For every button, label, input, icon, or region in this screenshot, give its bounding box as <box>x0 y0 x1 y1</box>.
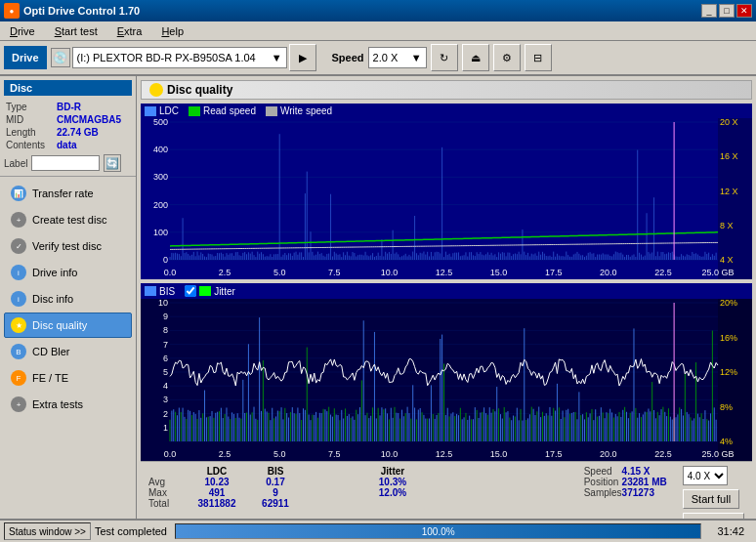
write-speed-label: Write speed <box>280 105 332 116</box>
label-button[interactable]: 🔄 <box>104 154 121 172</box>
speed-dropdown[interactable]: 2.0 X▼ <box>368 47 427 68</box>
sidebar-item-drive-info[interactable]: i Drive info <box>4 260 132 285</box>
read-speed-legend: Read speed <box>189 105 256 116</box>
bis-header: BIS <box>246 466 305 477</box>
extra-tests-label: Extra tests <box>32 398 83 410</box>
sidebar-item-disc-info[interactable]: i Disc info <box>4 286 132 312</box>
sidebar-item-extra-tests[interactable]: + Extra tests <box>4 392 132 417</box>
maximize-button[interactable]: □ <box>719 4 735 18</box>
drive-info-icon: i <box>11 265 26 280</box>
arrow-button[interactable]: ▶ <box>289 44 316 71</box>
menu-drive[interactable]: Drive <box>4 23 41 39</box>
start-part-button[interactable]: Start part <box>683 513 744 519</box>
stats-bar: LDC BIS Jitter Avg 10.23 0.17 10.3% Max … <box>141 461 752 519</box>
menu-help[interactable]: Help <box>155 23 189 39</box>
progress-value: 100.0% <box>422 526 455 537</box>
bis-label: BIS <box>159 286 175 297</box>
ldc-legend: LDC <box>145 105 179 116</box>
chart1-wrapper: LDC Read speed Write speed <box>141 104 752 279</box>
sidebar-menu: 📊 Transfer rate + Create test disc ✓ Ver… <box>0 177 136 421</box>
window-button[interactable]: ⊟ <box>525 44 552 71</box>
menu-extra[interactable]: Extra <box>111 23 148 39</box>
disc-section: Disc Type BD-R MID CMCMAGBA5 Length 22.7… <box>0 76 136 177</box>
sidebar-item-fe-te[interactable]: F FE / TE <box>4 365 132 391</box>
bis-total: 62911 <box>246 498 305 509</box>
sidebar-item-disc-quality[interactable]: ★ Disc quality <box>4 313 132 338</box>
jitter-max: 12.0% <box>363 487 422 498</box>
cd-bler-label: CD Bler <box>32 346 70 357</box>
menu-start-test[interactable]: Start test <box>49 23 104 39</box>
ldc-label: LDC <box>159 105 179 116</box>
chart2-legend: BIS Jitter <box>141 283 752 299</box>
fe-te-label: FE / TE <box>32 372 68 384</box>
toolbar: Drive 💿 (I:) PLEXTOR BD-R PX-B950SA 1.04… <box>0 41 756 76</box>
status-window-button[interactable]: Status window >> <box>4 522 91 540</box>
sidebar-item-cd-bler[interactable]: B CD Bler <box>4 339 132 364</box>
length-label: Length <box>6 127 55 138</box>
bis-avg: 0.17 <box>246 477 305 487</box>
charts-container: LDC Read speed Write speed <box>141 104 752 461</box>
drive-dropdown[interactable]: (I:) PLEXTOR BD-R PX-B950SA 1.04 ▼ <box>72 47 287 68</box>
menu-bar: Drive Start test Extra Help <box>0 21 756 41</box>
verify-test-disc-label: Verify test disc <box>32 240 102 252</box>
content-title: Disc quality <box>141 80 752 100</box>
ldc-header: LDC <box>188 466 246 477</box>
read-speed-color <box>189 106 200 116</box>
write-speed-color <box>266 106 277 116</box>
ldc-total: 3811882 <box>188 498 246 509</box>
refresh-button[interactable]: ↻ <box>431 44 458 71</box>
fe-te-icon: F <box>11 370 26 386</box>
chart2-canvas <box>141 299 752 461</box>
transfer-rate-label: Transfer rate <box>32 188 94 199</box>
speed-select-row: 4.0 X <box>683 466 728 485</box>
sidebar-item-create-test-disc[interactable]: + Create test disc <box>4 207 132 232</box>
mid-value: CMCMAGBA5 <box>57 114 130 125</box>
samples-label: Samples <box>584 487 622 498</box>
bis-max: 9 <box>246 487 305 498</box>
cd-bler-icon: B <box>11 344 26 359</box>
sidebar-item-verify-test-disc[interactable]: ✓ Verify test disc <box>4 233 132 259</box>
jitter-checkbox[interactable] <box>185 285 196 297</box>
label-label: Label <box>4 158 27 169</box>
position-label: Position <box>584 477 622 487</box>
drive-value: (I:) PLEXTOR BD-R PX-B950SA 1.04 <box>77 52 256 63</box>
bis-color <box>145 286 156 296</box>
disc-quality-icon: ★ <box>11 317 26 333</box>
total-label: Total <box>148 498 188 509</box>
status-progress-fill: 100.0% <box>176 524 701 538</box>
chart2-wrapper: BIS Jitter <box>141 283 752 461</box>
samples-value: 371273 <box>622 487 667 498</box>
label-row: Label 🔄 <box>4 154 132 172</box>
speed-label: Speed <box>584 466 622 477</box>
sidebar-item-transfer-rate[interactable]: 📊 Transfer rate <box>4 181 132 206</box>
bis-legend: BIS <box>145 286 175 297</box>
write-speed-legend: Write speed <box>266 105 332 116</box>
title-bar: ● Opti Drive Control 1.70 _ □ ✕ <box>0 0 756 21</box>
disc-button[interactable]: ⏏ <box>462 44 489 71</box>
jitter-legend: Jitter <box>185 285 235 297</box>
speed-select[interactable]: 4.0 X <box>683 466 728 485</box>
content-title-text: Disc quality <box>167 83 232 97</box>
speed-label: Speed <box>332 52 364 63</box>
read-speed-label: Read speed <box>203 105 256 116</box>
contents-label: Contents <box>6 140 55 150</box>
minimize-button[interactable]: _ <box>701 4 717 18</box>
jitter-header: Jitter <box>363 466 422 477</box>
ldc-color <box>145 106 156 116</box>
chart1-canvas <box>141 118 752 279</box>
start-buttons-area: 4.0 X Start full Start part <box>683 466 744 519</box>
drive-icon: 💿 <box>51 48 70 67</box>
close-button[interactable]: ✕ <box>736 4 752 18</box>
label-input[interactable] <box>31 155 100 171</box>
settings-button[interactable]: ⚙ <box>493 44 521 71</box>
chart1-legend: LDC Read speed Write speed <box>141 104 752 118</box>
disc-info-label: Disc info <box>32 293 73 305</box>
contents-value: data <box>57 140 130 150</box>
start-full-button[interactable]: Start full <box>683 489 739 509</box>
content-title-icon <box>149 83 163 97</box>
create-test-disc-icon: + <box>11 212 26 228</box>
main-layout: Disc Type BD-R MID CMCMAGBA5 Length 22.7… <box>0 76 756 519</box>
disc-quality-label: Disc quality <box>32 319 87 331</box>
status-time: 31:42 <box>709 525 752 537</box>
speed-position-stats: Speed 4.15 X Position 23281 MB Samples 3… <box>584 466 744 519</box>
